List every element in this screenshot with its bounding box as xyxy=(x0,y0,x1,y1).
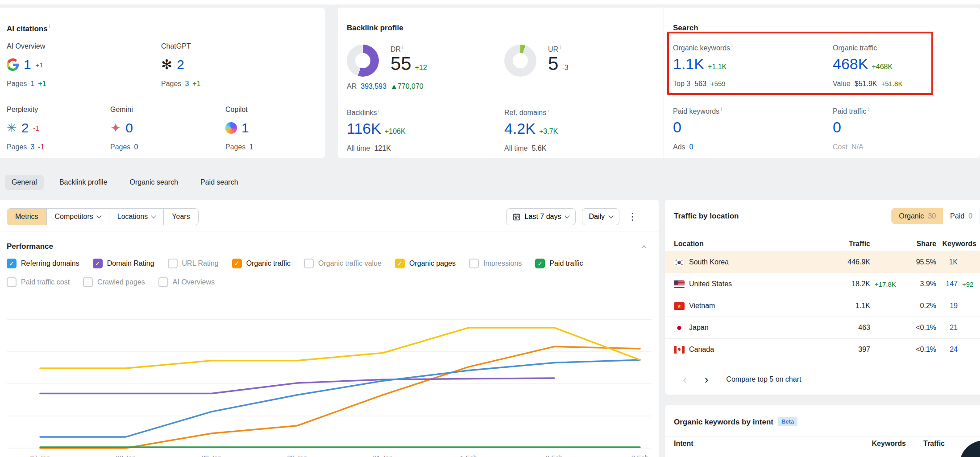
citation-pages-row: Pages3+1 xyxy=(161,80,264,88)
metric-label: Paid traffic cost xyxy=(21,278,70,286)
toggle-organic[interactable]: Organic30 xyxy=(892,208,943,224)
tab-general[interactable]: General xyxy=(5,175,44,190)
info-icon[interactable]: i xyxy=(378,108,379,113)
date-range-button[interactable]: Last 7 days xyxy=(506,208,576,225)
traffic-cell: 463 xyxy=(812,324,870,332)
metric-checkbox-ai-overviews[interactable]: AI Overviews xyxy=(158,277,215,287)
filter-segment-metrics[interactable]: Metrics xyxy=(7,209,46,225)
citation-count[interactable]: 2 xyxy=(21,120,29,136)
pages-delta: +1 xyxy=(38,80,46,88)
filter-segment-years[interactable]: Years xyxy=(163,209,198,225)
toggle-count: 0 xyxy=(968,212,972,220)
keywords-cell[interactable]: 19 xyxy=(936,302,958,310)
x-axis-label: 30 Jan xyxy=(287,454,307,457)
chart-controls: Last 7 days Daily ⋮ xyxy=(506,208,639,225)
unchecked-checkbox-icon xyxy=(83,277,93,287)
metric-checkbox-domain-rating[interactable]: ✓Domain Rating xyxy=(93,259,154,268)
organic-traffic-value[interactable]: 468K xyxy=(833,55,868,72)
organic-keywords-delta: +1.1K xyxy=(708,63,727,70)
metric-checkbox-referring-domains[interactable]: ✓Referring domains xyxy=(7,259,79,268)
top3-delta: +559 xyxy=(710,80,726,88)
organic-keywords-value[interactable]: 1.1K xyxy=(673,55,704,72)
tab-backlink-profile[interactable]: Backlink profile xyxy=(53,175,114,190)
pages-count[interactable]: 3 xyxy=(185,80,189,88)
toggle-paid[interactable]: Paid0 xyxy=(943,208,980,224)
pages-count[interactable]: 3 xyxy=(30,143,34,151)
location-row[interactable]: Vietnam1.1K0.2%19 xyxy=(665,295,980,317)
ref-domains-value[interactable]: 4.2K xyxy=(504,120,536,137)
metric-checkbox-organic-traffic-value[interactable]: Organic traffic value xyxy=(304,259,382,268)
location-row[interactable]: Canada397<0.1%24 xyxy=(665,338,980,360)
keywords-cell[interactable]: 147 xyxy=(936,280,958,288)
info-icon[interactable]: i xyxy=(868,107,868,112)
filter-segment-competitors[interactable]: Competitors xyxy=(46,209,109,225)
metric-checkbox-crawled-pages[interactable]: Crawled pages xyxy=(83,277,145,287)
info-icon[interactable]: i xyxy=(731,43,732,49)
top3-label: Top 3 xyxy=(673,80,690,88)
ads-value[interactable]: 0 xyxy=(689,143,693,151)
jp-flag-icon xyxy=(674,324,685,332)
paid-keywords-value[interactable]: 0 xyxy=(673,119,681,136)
ai-citation-item: AI Overview1+1Pages1+1 xyxy=(7,42,109,88)
metric-checkbox-organic-pages[interactable]: ✓Organic pages xyxy=(395,259,456,268)
calendar-icon xyxy=(513,213,520,221)
metric-label: Crawled pages xyxy=(97,278,145,286)
pages-count[interactable]: 0 xyxy=(134,143,138,151)
location-cell: Vietnam xyxy=(674,302,812,310)
domain-rating-donut xyxy=(347,45,379,77)
location-row[interactable]: Japan463<0.1%21 xyxy=(665,317,980,338)
info-icon[interactable]: i xyxy=(548,108,548,113)
next-page-icon[interactable]: › xyxy=(705,374,709,385)
divider xyxy=(0,231,659,231)
url-rating-block: URi 5-3 xyxy=(504,45,569,77)
ref-domains-alltime-value: 5.6K xyxy=(532,144,546,152)
metric-checkbox-url-rating[interactable]: URL Rating xyxy=(168,259,219,268)
filter-segment-label: Years xyxy=(172,213,190,221)
metric-checkbox-paid-traffic[interactable]: ✓Paid traffic xyxy=(535,259,583,268)
top3-value[interactable]: 563 xyxy=(694,80,706,88)
ar-value[interactable]: 393,593 xyxy=(361,82,386,91)
pages-count[interactable]: 1 xyxy=(249,143,253,151)
info-icon[interactable]: i xyxy=(721,107,722,112)
metric-label: Impressions xyxy=(483,259,522,268)
copilot-icon xyxy=(225,122,237,134)
collapse-chevron-icon[interactable] xyxy=(641,245,646,250)
tab-organic-search[interactable]: Organic search xyxy=(123,175,185,190)
info-icon[interactable]: i xyxy=(402,45,403,50)
location-cell: Canada xyxy=(674,346,812,354)
paid-traffic-value[interactable]: 0 xyxy=(833,119,841,136)
pages-count[interactable]: 1 xyxy=(30,80,34,88)
info-icon[interactable]: i xyxy=(878,43,879,49)
citation-count[interactable]: 2 xyxy=(177,57,184,72)
chevron-down-icon xyxy=(96,213,101,218)
x-axis-label: 3 Feb xyxy=(631,454,648,457)
keywords-cell[interactable]: 24 xyxy=(936,346,958,354)
granularity-button[interactable]: Daily xyxy=(582,208,619,225)
keywords-cell[interactable]: 21 xyxy=(936,324,958,332)
location-row[interactable]: United States18.2K+17.8K3.9%147+92 xyxy=(665,273,980,295)
metric-checkbox-paid-traffic-cost[interactable]: Paid traffic cost xyxy=(7,277,70,287)
keywords-cell[interactable]: 1K xyxy=(936,258,958,266)
tab-paid-search[interactable]: Paid search xyxy=(194,175,245,190)
location-cell: United States xyxy=(674,280,812,288)
metric-checkbox-organic-traffic[interactable]: ✓Organic traffic xyxy=(232,259,291,268)
info-icon[interactable]: i xyxy=(49,24,50,29)
overview-tab-bar: GeneralBacklink profileOrganic searchPai… xyxy=(5,174,245,191)
citation-count[interactable]: 0 xyxy=(125,120,133,136)
info-icon[interactable]: i xyxy=(560,45,561,50)
citation-count[interactable]: 1 xyxy=(24,57,31,72)
share-cell: 3.9% xyxy=(898,280,936,288)
pages-label: Pages xyxy=(161,80,181,88)
citation-pages-row: Pages1 xyxy=(225,143,328,151)
citation-count[interactable]: 1 xyxy=(241,120,249,136)
backlinks-value[interactable]: 116K xyxy=(347,120,381,137)
location-row[interactable]: South Korea446.9K95.5%1K xyxy=(665,251,980,273)
metric-checkbox-impressions[interactable]: Impressions xyxy=(469,259,522,268)
citation-value-row: 1+1 xyxy=(7,56,109,74)
backlinks-label: Backlinksi xyxy=(347,108,406,117)
ar-delta: ▲770,070 xyxy=(390,82,424,91)
filter-segment-locations[interactable]: Locations xyxy=(109,209,164,225)
prev-page-icon[interactable]: ‹ xyxy=(683,374,687,385)
more-options-icon[interactable]: ⋮ xyxy=(626,211,639,222)
location-cell: Japan xyxy=(674,324,812,332)
